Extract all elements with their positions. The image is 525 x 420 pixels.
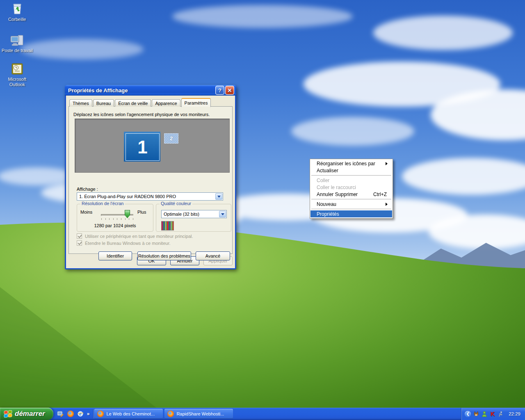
primary-monitor-checkbox-row: Utiliser ce périphérique en tant que mon…: [77, 233, 193, 239]
desktop: Corbeille Poste de travail Microsoft Out…: [0, 0, 525, 420]
firefox-icon: [167, 411, 174, 417]
start-button-label: démarrer: [15, 410, 45, 418]
emule-icon[interactable]: [473, 411, 479, 417]
close-button[interactable]: ✕: [225, 86, 234, 95]
submenu-arrow-icon: [386, 162, 389, 165]
menu-separator: [311, 199, 391, 199]
desktop-icon-label: Poste de travail: [1, 48, 34, 53]
taskbar-divider: [93, 409, 94, 418]
menu-shortcut: Ctrl+Z: [373, 192, 387, 197]
dialog-title: Propriétés de Affichage: [68, 87, 215, 94]
troubleshoot-button[interactable]: Résolution des problèmes: [137, 251, 191, 260]
monitor-1[interactable]: 1: [124, 132, 160, 162]
tray-clock[interactable]: 22:29: [509, 411, 520, 416]
extend-desktop-checkbox: [77, 240, 82, 246]
desktop-icon-poste-de-travail[interactable]: Poste de travail: [1, 34, 34, 53]
menu-item-coller: Coller: [310, 177, 392, 184]
taskbar-window-rapidshare[interactable]: RapidShare Webhosti...: [164, 409, 233, 419]
instruction-text: Déplacez les icônes selon l'agencement p…: [73, 112, 210, 117]
menu-item-coller-le-raccourci: Coller le raccourci: [310, 184, 392, 191]
dialog-titlebar[interactable]: Propriétés de Affichage ? ✕: [65, 85, 236, 96]
chevron-down-icon[interactable]: [219, 211, 226, 217]
taskbar-window-le-web-des-cheminots[interactable]: Le Web des Cheminot...: [94, 409, 163, 419]
recycle-bin-icon: [10, 2, 24, 16]
monitor-preview: 1 2: [75, 119, 230, 173]
my-computer-icon: [10, 34, 25, 47]
tab-apparence[interactable]: Apparence: [152, 99, 180, 107]
tab-ecran-de-veille[interactable]: Écran de veille: [115, 99, 151, 107]
hide-tray-icons-chevron[interactable]: [465, 411, 471, 417]
monitor-2[interactable]: 2: [164, 133, 178, 144]
desktop-icon-corbeille[interactable]: Corbeille: [1, 2, 34, 22]
messenger-icon[interactable]: [482, 411, 487, 417]
user-icon[interactable]: [498, 411, 504, 417]
tab-strip: Thèmes Bureau Écran de veille Apparence …: [69, 98, 212, 107]
identify-button[interactable]: Identifier: [98, 251, 132, 260]
settings-tab-page: Déplacez les icônes selon l'agencement p…: [68, 106, 233, 254]
resolution-more-label: Plus: [137, 210, 146, 215]
tab-bureau[interactable]: Bureau: [93, 99, 114, 107]
desktop-icon-label: Corbeille: [1, 17, 34, 22]
resolution-less-label: Moins: [80, 210, 92, 215]
chevron-down-icon[interactable]: [215, 193, 222, 200]
desktop-context-menu: Réorganiser les icônes par Actualiser Co…: [310, 159, 393, 219]
menu-separator: [311, 175, 391, 176]
extend-desktop-checkbox-label: Étendre le Bureau Windows à ce moniteur.: [85, 241, 171, 246]
quick-launch: e »: [53, 408, 94, 420]
outlook-icon: [11, 62, 24, 75]
display-select[interactable]: 1. Écran Plug-and-Play sur RADEON 9800 P…: [77, 192, 223, 201]
kaspersky-icon[interactable]: [489, 411, 495, 417]
extend-desktop-checkbox-row: Étendre le Bureau Windows à ce moniteur.: [77, 240, 171, 246]
primary-monitor-checkbox-label: Utiliser ce périphérique en tant que mon…: [85, 234, 193, 239]
taskbar: démarrer e » Le Web des Cheminot... Rapi…: [0, 408, 525, 420]
tab-themes[interactable]: Thèmes: [69, 99, 92, 107]
start-button[interactable]: démarrer: [0, 408, 53, 420]
color-depth-preview: [161, 221, 174, 231]
desktop-icon-outlook[interactable]: Microsoft Outlook: [1, 62, 34, 87]
monitor-1-number: 1: [126, 133, 160, 161]
svg-text:e: e: [79, 411, 82, 417]
show-desktop-icon[interactable]: [57, 411, 64, 417]
menu-item-nouveau[interactable]: Nouveau: [310, 201, 392, 208]
color-quality-value: Optimale (32 bits): [164, 212, 226, 217]
color-quality-group: Qualité couleur Optimale (32 bits): [156, 204, 231, 232]
system-tray: 22:29: [461, 408, 525, 420]
display-select-value: 1. Écran Plug-and-Play sur RADEON 9800 P…: [79, 194, 223, 199]
color-quality-select[interactable]: Optimale (32 bits): [161, 210, 227, 218]
help-button[interactable]: ?: [215, 86, 224, 95]
display-label: Affichage :: [77, 187, 98, 192]
firefox-icon[interactable]: [67, 411, 74, 417]
display-properties-dialog: Propriétés de Affichage ? ✕ Thèmes Burea…: [65, 85, 236, 269]
menu-item-reorganiser-les-icones[interactable]: Réorganiser les icônes par: [310, 160, 392, 167]
resolution-group: Résolution de l'écran Moins Plus 1280 pa…: [77, 204, 153, 232]
desktop-icon-label: Microsoft Outlook: [1, 77, 34, 87]
slider-ticks: [101, 218, 133, 220]
advanced-button[interactable]: Avancé: [196, 251, 230, 260]
tab-parametres[interactable]: Paramètres: [181, 98, 211, 107]
color-quality-group-label: Qualité couleur: [160, 201, 192, 206]
primary-monitor-checkbox: [77, 233, 82, 239]
internet-explorer-icon[interactable]: e: [77, 411, 84, 417]
resolution-slider-thumb[interactable]: [125, 210, 130, 218]
resolution-value: 1280 par 1024 pixels: [77, 223, 153, 228]
menu-separator: [311, 209, 391, 209]
windows-logo-icon: [4, 410, 12, 418]
menu-item-actualiser[interactable]: Actualiser: [310, 167, 392, 174]
submenu-arrow-icon: [386, 203, 389, 206]
menu-item-proprietes[interactable]: Propriétés: [310, 210, 392, 217]
firefox-icon: [97, 411, 104, 417]
quick-launch-overflow-chevron[interactable]: »: [87, 411, 90, 417]
dialog-client-area: Thèmes Bureau Écran de veille Apparence …: [66, 96, 235, 268]
resolution-group-label: Résolution de l'écran: [80, 201, 125, 206]
menu-item-annuler-supprimer[interactable]: Annuler Supprimer Ctrl+Z: [310, 191, 392, 198]
